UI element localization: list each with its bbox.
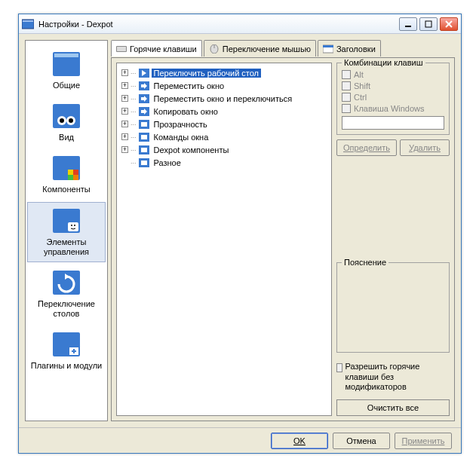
sidebar-item-general[interactable]: Общие [27, 45, 106, 96]
window-title: Настройки - Dexpot [38, 20, 399, 29]
expand-icon[interactable]: + [121, 95, 128, 102]
tab-content: +···Переключить рабочий стол +···Перемес… [111, 57, 455, 421]
tab-titles[interactable]: Заголовки [318, 40, 381, 57]
svg-rect-45 [141, 135, 147, 139]
shift-checkbox[interactable]: Shift [342, 81, 444, 90]
cancel-button[interactable]: Отмена [333, 433, 390, 449]
tree-item[interactable]: +···Прозрачность [120, 118, 328, 130]
svg-point-21 [74, 225, 75, 226]
plugins-icon [51, 331, 81, 358]
category-sidebar: Общие Вид Компоненты Элементы управления… [25, 40, 108, 421]
tab-bar: Горячие клавиши Переключение мышью Загол… [111, 40, 455, 58]
expand-icon[interactable]: + [121, 82, 128, 89]
apply-button[interactable]: Применить [395, 433, 452, 449]
svg-rect-17 [73, 175, 78, 180]
tree-item[interactable]: +···Копировать окно [120, 105, 328, 118]
svg-rect-3 [425, 21, 431, 27]
svg-point-12 [69, 118, 73, 123]
alt-checkbox[interactable]: Alt [342, 70, 444, 79]
right-panel: Комбинации клавиш Alt Shift Ctrl Клавиша… [336, 63, 450, 416]
explanation-group: Пояснение [336, 262, 450, 353]
svg-rect-1 [23, 20, 33, 22]
svg-point-11 [60, 118, 64, 123]
sidebar-item-components[interactable]: Компоненты [27, 149, 106, 200]
svg-rect-7 [54, 54, 78, 57]
sidebar-item-view[interactable]: Вид [27, 97, 106, 148]
sidebar-item-controls[interactable]: Элементы управления [27, 202, 106, 262]
close-button[interactable] [440, 17, 458, 31]
expand-icon[interactable]: + [121, 121, 128, 127]
expand-icon[interactable]: + [121, 146, 128, 153]
svg-rect-49 [141, 161, 147, 165]
settings-window: Настройки - Dexpot Общие Вид Компоненты [18, 14, 462, 454]
titlebar[interactable]: Настройки - Dexpot [19, 14, 461, 34]
svg-rect-19 [68, 222, 78, 231]
tree-item[interactable]: +···Переключить рабочий стол [120, 66, 328, 79]
tree-item[interactable]: +···Переместить окно и переключиться [120, 92, 328, 105]
allow-no-modifier-checkbox[interactable]: Разрешить горячие клавиши без модификато… [336, 362, 450, 392]
svg-rect-47 [141, 148, 147, 152]
titles-icon [323, 44, 333, 54]
svg-rect-29 [117, 47, 126, 51]
expand-icon[interactable]: + [121, 133, 128, 140]
sidebar-item-switching[interactable]: Переключение столов [27, 264, 106, 324]
ctrl-checkbox[interactable]: Ctrl [342, 93, 444, 102]
ok-button[interactable]: OK [271, 433, 328, 449]
svg-rect-33 [323, 45, 333, 47]
components-icon [51, 154, 81, 182]
svg-rect-15 [73, 170, 78, 175]
define-button[interactable]: Определить [336, 139, 397, 156]
general-icon [51, 50, 81, 78]
tab-mouse[interactable]: Переключение мышью [204, 40, 316, 57]
svg-rect-16 [68, 175, 73, 180]
svg-rect-8 [53, 104, 80, 128]
tree-item[interactable]: ···Разное [120, 156, 328, 169]
key-input[interactable] [342, 116, 444, 130]
controls-icon [51, 207, 81, 234]
minimize-button[interactable] [399, 17, 417, 31]
expand-icon[interactable]: + [121, 69, 128, 76]
bottom-button-bar: OK Отмена Применить [19, 427, 461, 453]
hotkey-tree[interactable]: +···Переключить рабочий стол +···Перемес… [116, 63, 332, 416]
app-icon [22, 19, 34, 29]
delete-button[interactable]: Удалить [400, 139, 450, 156]
sidebar-item-plugins[interactable]: Плагины и модули [27, 326, 106, 376]
mouse-icon [209, 44, 220, 54]
key-combos-group: Комбинации клавиш Alt Shift Ctrl Клавиша… [336, 63, 450, 135]
main-panel: Горячие клавиши Переключение мышью Загол… [111, 40, 455, 421]
switching-icon [51, 269, 81, 296]
tree-item[interactable]: +···Команды окна [120, 130, 328, 143]
tree-item[interactable]: +···Dexpot компоненты [120, 143, 328, 156]
svg-rect-43 [141, 122, 147, 127]
win-checkbox[interactable]: Клавиша Windows [342, 104, 444, 113]
keyboard-icon [116, 44, 127, 54]
view-icon [51, 102, 81, 130]
content-area: Общие Вид Компоненты Элементы управления… [19, 34, 461, 427]
svg-point-20 [71, 225, 72, 226]
tree-item[interactable]: +···Переместить окно [120, 79, 328, 92]
svg-rect-14 [68, 170, 73, 175]
maximize-button[interactable] [419, 17, 438, 31]
clear-all-button[interactable]: Очистить все [336, 399, 450, 416]
tab-hotkeys[interactable]: Горячие клавиши [111, 40, 202, 57]
expand-icon[interactable]: + [121, 108, 128, 115]
